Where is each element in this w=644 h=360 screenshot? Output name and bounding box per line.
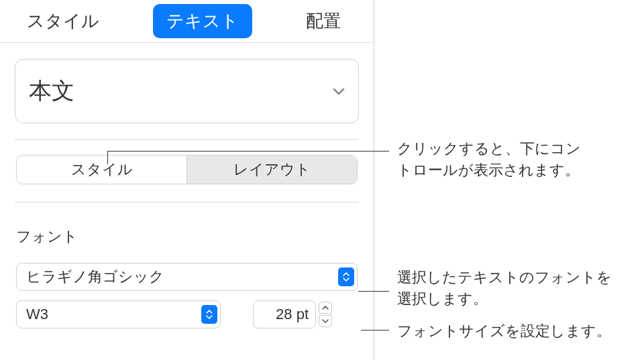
- paragraph-style-label: 本文: [29, 76, 74, 107]
- segment-style-label: スタイル: [71, 160, 133, 180]
- updown-arrows-icon: [338, 267, 354, 286]
- font-size-value: 28 pt: [276, 306, 309, 323]
- format-panel: スタイル テキスト 配置 本文 スタイル レイアウト フォント ヒラギノ角ゴシッ…: [0, 0, 374, 360]
- tab-text-label: テキスト: [166, 11, 239, 31]
- font-family-popup[interactable]: ヒラギノ角ゴシック: [16, 263, 358, 291]
- tab-style-label: スタイル: [27, 11, 99, 31]
- stepper-up-button[interactable]: [319, 302, 332, 314]
- font-size-stepper: [319, 302, 332, 327]
- font-size-group: 28 pt: [253, 300, 332, 328]
- stepper-down-button[interactable]: [319, 315, 332, 327]
- tab-arrange[interactable]: 配置: [292, 4, 354, 38]
- divider: [15, 202, 359, 202]
- callout-leader: [107, 151, 389, 152]
- font-family-row: ヒラギノ角ゴシック: [16, 263, 358, 291]
- font-size-field[interactable]: 28 pt: [253, 300, 316, 328]
- callout-text: 選択したテキストのフォントを選択します。: [397, 267, 625, 310]
- tab-arrange-label: 配置: [306, 11, 341, 31]
- callout-text: フォントサイズを設定します。: [397, 320, 632, 342]
- font-section-label: フォント: [16, 227, 358, 247]
- callout-leader: [361, 330, 389, 331]
- font-weight-popup[interactable]: W3: [16, 300, 221, 328]
- callout-text: クリックすると、下にコントロールが表示されます。: [397, 138, 585, 181]
- callout-leader: [358, 291, 389, 292]
- chevron-down-icon: [333, 87, 345, 95]
- segment-style[interactable]: スタイル: [17, 156, 187, 184]
- font-weight-value: W3: [26, 306, 201, 323]
- callout-leader: [107, 151, 108, 164]
- font-family-value: ヒラギノ角ゴシック: [26, 267, 338, 287]
- divider: [15, 139, 359, 140]
- paragraph-style-popup[interactable]: 本文: [15, 59, 359, 123]
- tab-text[interactable]: テキスト: [153, 4, 252, 38]
- chevron-up-icon: [322, 306, 329, 310]
- updown-arrows-icon: [201, 305, 217, 324]
- chevron-down-icon: [322, 319, 329, 323]
- tab-style[interactable]: スタイル: [13, 4, 113, 38]
- segment-layout-label: レイアウト: [233, 160, 311, 180]
- inspector-tabs: スタイル テキスト 配置: [0, 0, 374, 43]
- text-segmented-control: スタイル レイアウト: [16, 155, 358, 184]
- segment-layout[interactable]: レイアウト: [187, 156, 357, 184]
- font-weight-size-row: W3 28 pt: [16, 300, 358, 328]
